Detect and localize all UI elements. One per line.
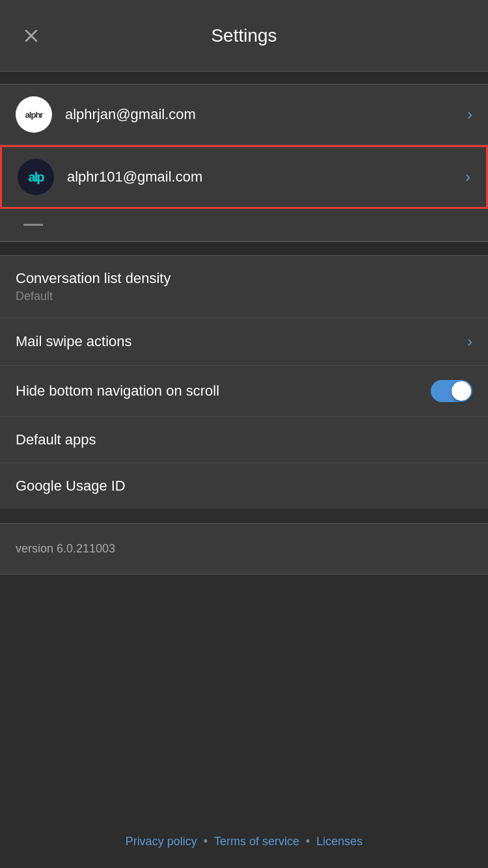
google-usage-id-label: Google Usage ID <box>16 478 126 495</box>
account-item-2[interactable]: alp alphr101@gmail.com › <box>0 145 488 209</box>
default-apps-item[interactable]: Default apps <box>0 417 488 463</box>
chevron-right-icon-1: › <box>467 105 472 124</box>
hide-nav-label: Hide bottom navigation on scroll <box>16 383 219 400</box>
version-section: version 6.0.211003 <box>0 523 488 575</box>
google-usage-id-item[interactable]: Google Usage ID <box>0 463 488 509</box>
footer-dot-1: • <box>204 835 208 848</box>
toggle-thumb <box>452 381 471 401</box>
account-item-1[interactable]: alphr alphrjan@gmail.com › <box>0 85 488 145</box>
chevron-right-icon-2: › <box>465 168 470 186</box>
close-icon <box>23 28 39 44</box>
terms-of-service-link[interactable]: Terms of service <box>214 835 299 848</box>
settings-header: Settings <box>0 0 488 72</box>
close-button[interactable] <box>20 24 43 47</box>
add-account-dash <box>23 224 43 226</box>
mail-swipe-chevron-icon: › <box>467 332 472 351</box>
account-email-2: alphr101@gmail.com <box>67 169 459 185</box>
footer-section: Privacy policy • Terms of service • Lice… <box>0 828 488 855</box>
avatar-1: alphr <box>16 96 52 133</box>
general-settings-section: Conversation list density Default Mail s… <box>0 256 488 509</box>
mail-swipe-label: Mail swipe actions <box>16 333 132 350</box>
header-spacer <box>0 72 488 85</box>
mail-swipe-actions-item[interactable]: Mail swipe actions › <box>0 318 488 366</box>
footer-dot-2: • <box>306 835 310 848</box>
conversation-density-label: Conversation list density <box>16 270 170 287</box>
hide-nav-item[interactable]: Hide bottom navigation on scroll <box>0 366 488 417</box>
account-email-1: alphrjan@gmail.com <box>65 106 461 123</box>
version-text: version 6.0.211003 <box>16 542 115 555</box>
accounts-section: alphr alphrjan@gmail.com › alp alphr101@… <box>0 85 488 241</box>
avatar-2: alp <box>18 159 54 195</box>
hide-nav-toggle[interactable] <box>431 380 472 402</box>
add-account-row[interactable] <box>0 209 488 241</box>
page-title: Settings <box>211 25 277 46</box>
conversation-density-value: Default <box>16 290 170 303</box>
section-gap-1 <box>0 241 488 256</box>
licenses-link[interactable]: Licenses <box>316 835 362 848</box>
default-apps-label: Default apps <box>16 431 96 448</box>
conversation-list-density-item[interactable]: Conversation list density Default <box>0 256 488 318</box>
privacy-policy-link[interactable]: Privacy policy <box>126 835 197 848</box>
